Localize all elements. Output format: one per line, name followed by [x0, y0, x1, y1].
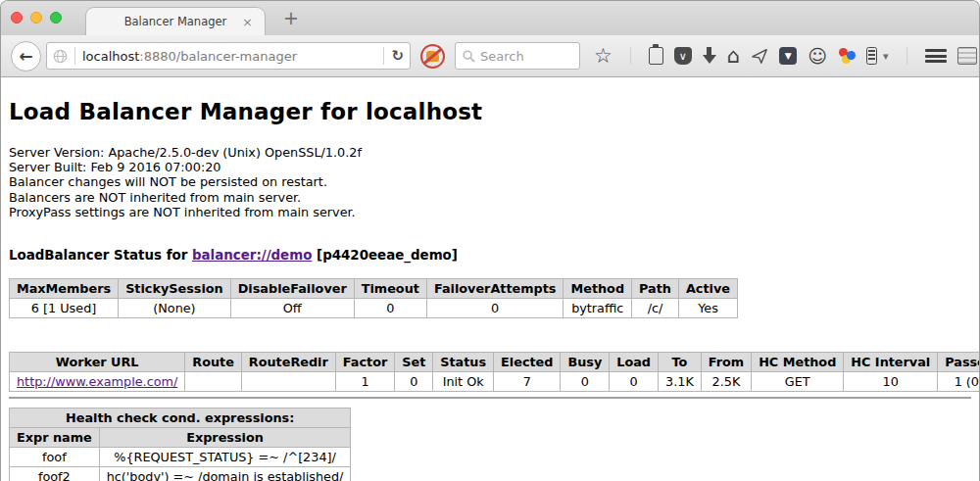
worker-url-link[interactable]: http://www.example.com/ [17, 374, 177, 389]
section-divider [9, 397, 971, 399]
menu-hamburger-icon[interactable] [925, 49, 947, 63]
color-picker-icon[interactable] [838, 47, 856, 65]
content-blocker-icon[interactable] [420, 44, 445, 69]
tab-balancer-manager[interactable]: Balancer Manager × [85, 7, 266, 35]
table-row: http://www.example.com/ 1 0 Init Ok 7 0 … [10, 372, 980, 392]
server-info: Server Version: Apache/2.5.0-dev (Unix) … [9, 145, 971, 219]
browser-window: Balancer Manager × + ← localhost:8880/ba… [0, 0, 980, 481]
inherit-notice-line: Balancers are NOT inherited from main se… [9, 190, 971, 205]
downloads-icon[interactable] [703, 47, 716, 65]
page-title: Load Balancer Manager for localhost [9, 77, 971, 124]
close-window-button[interactable] [11, 12, 23, 24]
page-tiles-icon[interactable] [957, 47, 977, 65]
tab-title: Balancer Manager [124, 15, 227, 28]
search-bar[interactable] [455, 42, 580, 70]
toolbar-icons: ☆ ∨ ⌂ ▼ ☺ ▾ [594, 46, 977, 67]
tab-close-icon[interactable]: × [242, 16, 253, 28]
chat-smiley-icon[interactable]: ☺ [808, 47, 827, 66]
battery-addon-icon[interactable] [866, 47, 877, 65]
table-title-row: Health check cond. expressions: [10, 409, 351, 428]
zoom-window-button[interactable] [50, 12, 62, 24]
loadbalancer-status-heading: LoadBalancer Status for balancer://demo … [9, 248, 971, 263]
home-icon[interactable]: ⌂ [727, 46, 740, 67]
back-arrow-icon: ← [19, 46, 32, 66]
url-bar[interactable]: localhost:8880/balancer-manager ↻ [46, 42, 411, 70]
table-row: foof2 hc('body') =~ /domain is establish… [10, 467, 351, 481]
new-tab-button[interactable]: + [283, 9, 299, 27]
page-content: Load Balancer Manager for localhost Serv… [1, 77, 979, 481]
bookmark-star-icon[interactable]: ☆ [594, 46, 612, 67]
url-separator [383, 47, 384, 65]
back-button[interactable]: ← [11, 41, 41, 72]
server-version-line: Server Version: Apache/2.5.0-dev (Unix) … [9, 145, 971, 160]
url-separator [74, 47, 75, 65]
table-row: 6 [1 Used] (None) Off 0 0 bytraffic /c/ … [10, 299, 738, 318]
chevron-down-icon[interactable]: ▾ [883, 50, 889, 63]
balancer-demo-link[interactable]: balancer://demo [192, 248, 312, 263]
clipboard-icon[interactable] [649, 47, 663, 65]
table-row: foof %{REQUEST_STATUS} =~ /^[234]/ [10, 448, 351, 467]
table-header-row: Worker URL Route RouteRedir Factor Set S… [10, 353, 980, 372]
health-check-table: Health check cond. expressions: Expr nam… [9, 408, 351, 481]
persist-notice-line: Balancer changes will NOT be persisted o… [9, 174, 971, 189]
titlebar: Balancer Manager × + [1, 1, 979, 35]
minimize-window-button[interactable] [30, 12, 42, 24]
search-input[interactable] [480, 49, 568, 64]
proxypass-notice-line: ProxyPass settings are NOT inherited fro… [9, 205, 971, 219]
balancer-settings-table: MaxMembers StickySession DisableFailover… [9, 278, 738, 318]
pocket-icon[interactable]: ∨ [674, 47, 692, 65]
table-header-row: Expr name Expression [10, 428, 351, 448]
worker-status-table: Worker URL Route RouteRedir Factor Set S… [9, 352, 980, 392]
navigation-toolbar: ← localhost:8880/balancer-manager ↻ ☆ [1, 35, 979, 77]
video-download-helper-icon[interactable]: ▼ [779, 47, 797, 65]
send-page-icon[interactable] [751, 47, 768, 65]
url-host-text: localhost [82, 49, 139, 64]
url-path-text: :8880/balancer-manager [139, 49, 297, 64]
search-icon [463, 50, 475, 63]
globe-icon [53, 49, 68, 64]
toolbar-separator [630, 47, 631, 65]
table-header-row: MaxMembers StickySession DisableFailover… [10, 279, 738, 299]
server-built-line: Server Built: Feb 9 2016 07:00:20 [9, 160, 971, 174]
reload-icon[interactable]: ↻ [391, 47, 404, 65]
toolbar-separator [906, 47, 907, 65]
traffic-lights [11, 12, 62, 24]
